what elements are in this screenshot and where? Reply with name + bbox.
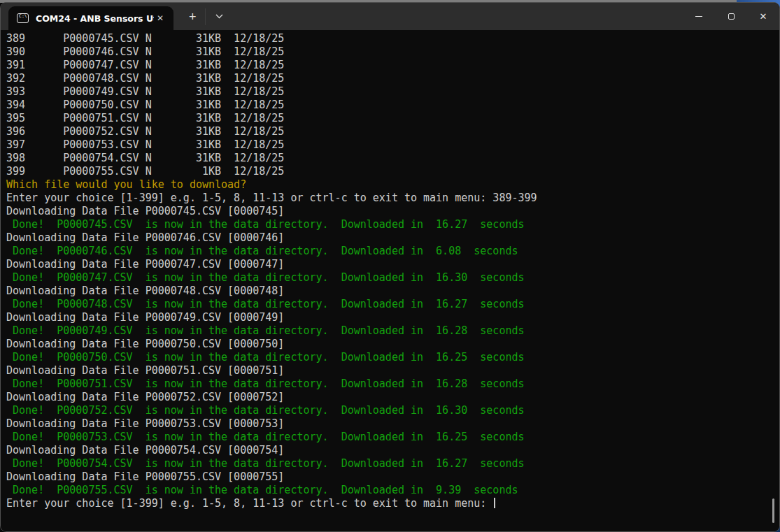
chevron-down-icon — [215, 14, 223, 19]
titlebar-drag-area[interactable] — [233, 3, 683, 30]
close-icon: ✕ — [760, 12, 767, 21]
terminal-line: 391 P0000747.CSV N 31KB 12/18/25 — [6, 59, 779, 72]
terminal-line: Downloading Data File P0000749.CSV [0000… — [6, 311, 779, 324]
terminal-line: Done! P0000752.CSV is now in the data di… — [6, 404, 779, 417]
terminal-line: Downloading Data File P0000753.CSV [0000… — [6, 417, 779, 431]
terminal-line: Downloading Data File P0000745.CSV [0000… — [6, 205, 779, 218]
terminal-line: Done! P0000748.CSV is now in the data di… — [6, 298, 779, 311]
tab-dropdown-button[interactable] — [206, 3, 233, 30]
terminal-viewport[interactable]: 389 P0000745.CSV N 31KB 12/18/25390 P000… — [1, 30, 779, 531]
terminal-line: 390 P0000746.CSV N 31KB 12/18/25 — [6, 45, 779, 59]
terminal-line: Enter your choice [1-399] e.g. 1-5, 8, 1… — [6, 497, 779, 510]
terminal-line: Downloading Data File P0000752.CSV [0000… — [6, 391, 779, 404]
terminal-line: Downloading Data File P0000751.CSV [0000… — [6, 364, 779, 378]
minimize-button[interactable] — [683, 3, 715, 30]
terminal-line: Downloading Data File P0000754.CSV [0000… — [6, 444, 779, 457]
tab-title: COM24 - ANB Sensors Utility — [36, 13, 154, 24]
terminal-line: Enter your choice [1-399] e.g. 1-5, 8, 1… — [6, 192, 779, 205]
terminal-line: 397 P0000753.CSV N 31KB 12/18/25 — [6, 138, 779, 152]
terminal-line: Done! P0000754.CSV is now in the data di… — [6, 457, 779, 470]
terminal-line: Done! P0000755.CSV is now in the data di… — [6, 484, 779, 497]
terminal-line: Done! P0000746.CSV is now in the data di… — [6, 245, 779, 258]
terminal-line: Done! P0000750.CSV is now in the data di… — [6, 351, 779, 364]
terminal-line: Done! P0000753.CSV is now in the data di… — [6, 431, 779, 444]
terminal-line: Downloading Data File P0000748.CSV [0000… — [6, 285, 779, 298]
terminal-line: 394 P0000750.CSV N 31KB 12/18/25 — [6, 99, 779, 112]
terminal-line: Downloading Data File P0000746.CSV [0000… — [6, 231, 779, 245]
tab-close-icon[interactable]: ✕ — [154, 12, 166, 24]
terminal-line: Done! P0000751.CSV is now in the data di… — [6, 378, 779, 391]
title-bar[interactable]: C:\ COM24 - ANB Sensors Utility ✕ + ✕ — [1, 3, 779, 30]
terminal-line: Done! P0000745.CSV is now in the data di… — [6, 218, 779, 231]
terminal-line: 393 P0000749.CSV N 31KB 12/18/25 — [6, 85, 779, 99]
close-button[interactable]: ✕ — [747, 3, 779, 30]
terminal-line: Downloading Data File P0000750.CSV [0000… — [6, 338, 779, 351]
terminal-line: Done! P0000749.CSV is now in the data di… — [6, 324, 779, 338]
terminal-line: 395 P0000751.CSV N 31KB 12/18/25 — [6, 112, 779, 125]
command-prompt-icon: C:\ — [17, 13, 29, 23]
terminal-line: Done! P0000747.CSV is now in the data di… — [6, 271, 779, 285]
terminal-window: C:\ COM24 - ANB Sensors Utility ✕ + ✕ 38… — [0, 2, 780, 532]
terminal-line: Which file would you like to download? — [6, 178, 779, 192]
maximize-icon — [728, 13, 735, 20]
terminal-line: 392 P0000748.CSV N 31KB 12/18/25 — [6, 72, 779, 85]
new-tab-button[interactable]: + — [180, 3, 205, 30]
terminal-line: 399 P0000755.CSV N 1KB 12/18/25 — [6, 165, 779, 178]
terminal-line: 396 P0000752.CSV N 31KB 12/18/25 — [6, 125, 779, 138]
terminal-line: 389 P0000745.CSV N 31KB 12/18/25 — [6, 32, 779, 45]
scrollbar-thumb[interactable] — [772, 498, 774, 523]
terminal-tab[interactable]: C:\ COM24 - ANB Sensors Utility ✕ — [8, 6, 173, 30]
terminal-line: Downloading Data File P0000747.CSV [0000… — [6, 258, 779, 271]
terminal-line: 398 P0000754.CSV N 31KB 12/18/25 — [6, 152, 779, 165]
maximize-button[interactable] — [715, 3, 747, 30]
terminal-line: Downloading Data File P0000755.CSV [0000… — [6, 470, 779, 484]
minimize-icon — [695, 16, 702, 17]
text-cursor — [494, 498, 495, 508]
terminal-output: 389 P0000745.CSV N 31KB 12/18/25390 P000… — [6, 32, 779, 510]
